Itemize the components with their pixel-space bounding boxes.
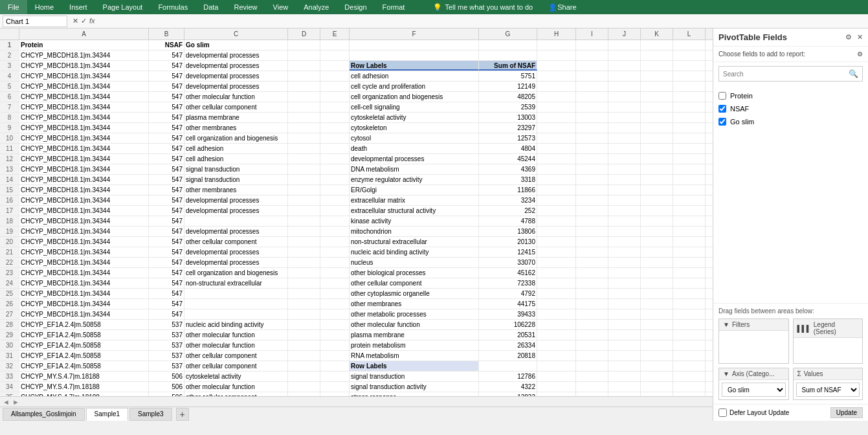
cell-i[interactable] xyxy=(576,133,608,143)
cell-i[interactable] xyxy=(576,309,608,319)
cell-i[interactable] xyxy=(576,372,608,381)
cell-pivot-value[interactable]: 45244 xyxy=(479,154,537,164)
table-row[interactable]: 11 CHCYP_MBCDH18.1|m.34344 547 cell adhe… xyxy=(0,144,713,154)
cell-pivot-label[interactable]: death xyxy=(350,144,479,153)
table-row[interactable]: 1 Protein NSAF Go slim xyxy=(0,40,713,50)
cell-i[interactable] xyxy=(576,92,608,102)
cell-h[interactable] xyxy=(537,216,576,226)
cell-protein[interactable]: CHCYP_MBCDH18.1|m.34344 xyxy=(19,154,149,164)
values-dropdown[interactable]: Sum of NSAF xyxy=(796,383,860,397)
cell-h[interactable] xyxy=(537,82,576,91)
cell-h[interactable] xyxy=(537,175,576,184)
table-row[interactable]: 26 CHCYP_MBCDH18.1|m.34344 547 other mem… xyxy=(0,299,713,309)
tab-data[interactable]: Data xyxy=(195,0,226,14)
cell-protein[interactable]: CHCYP_MBCDH18.1|m.34344 xyxy=(19,82,149,91)
cell-d[interactable] xyxy=(288,82,320,91)
cell-pivot-value[interactable]: 106228 xyxy=(479,320,537,329)
cell-j[interactable] xyxy=(608,382,641,392)
cell-pivot-value[interactable]: 23297 xyxy=(479,123,537,133)
cell-goslim[interactable]: other cellular component xyxy=(184,237,288,247)
cell-nsaf[interactable]: 547 xyxy=(149,144,184,153)
cell-l[interactable] xyxy=(673,144,706,153)
cell-l[interactable] xyxy=(673,185,706,195)
cell-goslim[interactable]: developmental processes xyxy=(184,61,288,71)
cell-h[interactable] xyxy=(537,340,576,350)
tab-page-layout[interactable]: Page Layout xyxy=(95,0,151,14)
cell-k[interactable] xyxy=(641,247,673,257)
table-row[interactable]: 24 CHCYP_MBCDH18.1|m.34344 547 non-struc… xyxy=(0,278,713,289)
cell-pivot-label[interactable]: cell organization and biogenesis xyxy=(350,92,479,102)
cell-l[interactable] xyxy=(673,351,706,361)
cell-e[interactable] xyxy=(320,216,350,226)
cell-protein[interactable]: CHCYP_MBCDH18.1|m.34344 xyxy=(19,144,149,153)
cell-i[interactable] xyxy=(576,216,608,226)
cell-k[interactable] xyxy=(641,123,673,133)
cell-m[interactable] xyxy=(706,299,713,309)
cell-m[interactable] xyxy=(706,144,713,153)
cell-m[interactable] xyxy=(706,154,713,164)
cell-m[interactable] xyxy=(706,92,713,102)
cell-j[interactable] xyxy=(608,113,641,122)
close-icon[interactable]: ✕ xyxy=(857,33,863,41)
cell-protein[interactable]: Protein xyxy=(19,40,149,50)
cell-k[interactable] xyxy=(641,50,673,60)
cell-protein[interactable]: CHCYP_MBCDH18.1|m.34344 xyxy=(19,133,149,143)
cell-k[interactable] xyxy=(641,320,673,329)
table-row[interactable]: 22 CHCYP_MBCDH18.1|m.34344 547 developme… xyxy=(0,258,713,268)
cell-h[interactable] xyxy=(537,372,576,381)
cell-h[interactable] xyxy=(537,289,576,298)
cell-e[interactable] xyxy=(320,237,350,247)
cell-d[interactable] xyxy=(288,216,320,226)
cell-l[interactable] xyxy=(673,227,706,236)
cell-e[interactable] xyxy=(320,372,350,381)
cell-pivot-label[interactable]: extracellular structural activity xyxy=(350,206,479,216)
cell-d[interactable] xyxy=(288,268,320,278)
cell-goslim[interactable]: developmental processes xyxy=(184,247,288,257)
cell-pivot-label[interactable]: signal transduction activity xyxy=(350,382,479,392)
cell-j[interactable] xyxy=(608,50,641,60)
table-row[interactable]: 31 CHCYP_EF1A.2.4|m.50858 537 other cell… xyxy=(0,351,713,361)
cell-goslim[interactable]: other cellular component xyxy=(184,361,288,371)
cell-nsaf[interactable]: 547 xyxy=(149,92,184,102)
cell-l[interactable] xyxy=(673,102,706,112)
cell-pivot-value[interactable]: 45162 xyxy=(479,268,537,278)
cell-d[interactable] xyxy=(288,227,320,236)
cell-goslim[interactable]: cell organization and biogenesis xyxy=(184,133,288,143)
cell-h[interactable] xyxy=(537,61,576,71)
cell-goslim[interactable]: nucleic acid binding activity xyxy=(184,320,288,329)
formula-input[interactable] xyxy=(98,17,868,25)
cell-protein[interactable]: CHCYP_EF1A.2.4|m.50858 xyxy=(19,361,149,371)
cell-nsaf[interactable]: 547 xyxy=(149,206,184,216)
table-row[interactable]: 23 CHCYP_MBCDH18.1|m.34344 547 cell orga… xyxy=(0,268,713,278)
cell-h[interactable] xyxy=(537,227,576,236)
cell-e[interactable] xyxy=(320,123,350,133)
cell-h[interactable] xyxy=(537,102,576,112)
cell-nsaf[interactable]: 547 xyxy=(149,133,184,143)
cell-d[interactable] xyxy=(288,154,320,164)
tab-file[interactable]: File xyxy=(0,0,27,14)
cell-l[interactable] xyxy=(673,299,706,309)
cell-pivot-label[interactable]: enzyme regulator activity xyxy=(350,175,479,184)
cell-j[interactable] xyxy=(608,195,641,205)
cell-pivot-label[interactable]: nucleus xyxy=(350,258,479,267)
tab-format[interactable]: Format xyxy=(375,0,413,14)
cell-protein[interactable]: CHCYP_EF1A.2.4|m.50858 xyxy=(19,330,149,340)
cell-d[interactable] xyxy=(288,175,320,184)
share-button[interactable]: 👤 Share xyxy=(540,0,584,14)
cell-i[interactable] xyxy=(576,289,608,298)
cell-e[interactable] xyxy=(320,195,350,205)
cell-k[interactable] xyxy=(641,175,673,184)
sheet-tab-allsamples[interactable]: Allsamples_Goslimjoin xyxy=(3,408,85,421)
cell-j[interactable] xyxy=(608,227,641,236)
cell-goslim[interactable]: cytoskeletal activity xyxy=(184,372,288,381)
cell-k[interactable] xyxy=(641,268,673,278)
cell-j[interactable] xyxy=(608,40,641,50)
cell-l[interactable] xyxy=(673,61,706,71)
cell-j[interactable] xyxy=(608,361,641,371)
cell-d[interactable] xyxy=(288,71,320,81)
cell-d[interactable] xyxy=(288,185,320,195)
cell-pivot-value[interactable]: 12573 xyxy=(479,133,537,143)
cell-e[interactable] xyxy=(320,247,350,257)
cell-m[interactable] xyxy=(706,289,713,298)
cell-i[interactable] xyxy=(576,50,608,60)
